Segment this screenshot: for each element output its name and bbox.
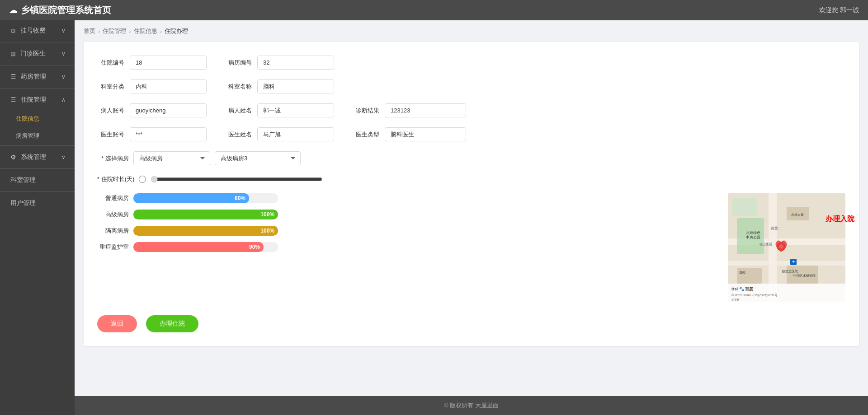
form-row-4: 医生账号 医生姓名 医生类型: [97, 127, 845, 141]
sidebar-item-registration[interactable]: ⊙ 挂号收费 ∨: [0, 20, 75, 41]
ward-type-select[interactable]: 高级病房: [133, 151, 210, 165]
sidebar-item-pharmacy[interactable]: ☰ 药房管理 ∨: [0, 66, 75, 87]
patient-name-field: 病人姓名: [225, 103, 334, 117]
sidebar-item-inpatient-info[interactable]: 住院信息: [0, 110, 75, 127]
sidebar-item-label: 药房管理: [21, 73, 46, 81]
sidebar-item-outpatient[interactable]: ⊞ 门诊医生 ∨: [0, 43, 75, 64]
map-placeholder: 北辰绿色 中央公园 北地大厦 航空总医院 中国艺术研究院 嘉园 路北 碰山生活: [728, 193, 845, 302]
doctor-name-input[interactable]: [257, 127, 334, 141]
svg-text:中国艺术研究院: 中国艺术研究院: [793, 274, 816, 277]
btn-row: 返回 办理住院: [97, 315, 845, 332]
stats-section: 普通病房 80% 高级病房 1: [97, 193, 714, 302]
svg-text:中央公园: 中央公园: [746, 235, 760, 239]
app-title: ☁ 乡镇医院管理系统首页: [9, 4, 111, 16]
dept-name-input[interactable]: [257, 79, 334, 93]
ward-label: * 选择病房: [97, 154, 129, 163]
sidebar: ⊙ 挂号收费 ∨ ⊞ 门诊医生 ∨ ☰ 药房管理 ∨ ☰ 住院管理 ∧ 住院信息…: [0, 20, 75, 415]
sidebar-item-system[interactable]: ⚙ 系统管理 ∨: [0, 147, 75, 168]
svg-text:嘉园: 嘉园: [739, 271, 745, 274]
doctor-type-label: 医生类型: [352, 131, 379, 139]
chevron-down-icon: ∨: [61, 154, 66, 160]
form-row-1: 住院编号 病历编号: [97, 56, 845, 70]
progress-text-isolation: 100%: [260, 228, 274, 234]
back-button[interactable]: 返回: [97, 315, 137, 332]
breadcrumb-sep: ›: [160, 28, 162, 35]
svg-text:北菜桥: 北菜桥: [731, 298, 740, 301]
progress-bar-fill-icu: 90%: [133, 242, 264, 252]
sidebar-item-label: 住院管理: [21, 96, 46, 104]
sidebar-item-dept[interactable]: 科室管理: [0, 170, 75, 191]
doctor-type-input[interactable]: [385, 127, 466, 141]
duration-slider[interactable]: [151, 176, 322, 183]
progress-bar-bg-premium: 100%: [133, 210, 278, 219]
doctor-type-field: 医生类型: [352, 127, 466, 141]
svg-text:Bai 🐾 百度: Bai 🐾 百度: [731, 286, 754, 292]
stat-label-isolation: 隔离病房: [97, 227, 129, 235]
breadcrumb-home[interactable]: 首页: [84, 27, 95, 35]
patient-account-label: 病人账号: [97, 107, 124, 115]
doctor-account-input[interactable]: [130, 127, 207, 141]
form-row-2: 科室分类 科室名称: [97, 79, 845, 93]
divider: [0, 42, 75, 42]
svg-rect-3: [728, 261, 845, 266]
duration-radio[interactable]: [139, 176, 146, 183]
stat-row-premium: 高级病房 100%: [97, 210, 714, 219]
ward-room-select[interactable]: 高级病房3: [215, 151, 301, 165]
svg-text:北辰绿色: 北辰绿色: [746, 231, 760, 235]
diagnosis-input[interactable]: [385, 103, 466, 117]
map-svg: 北辰绿色 中央公园 北地大厦 航空总医院 中国艺术研究院 嘉园 路北 碰山生活: [728, 193, 845, 302]
progress-bar-fill-premium: 100%: [133, 210, 278, 219]
admit-button[interactable]: 办理住院: [146, 315, 198, 332]
doctor-account-label: 医生账号: [97, 131, 124, 139]
inpatient-no-field: 住院编号: [97, 56, 207, 70]
patient-account-field: 病人账号: [97, 103, 207, 117]
duration-row: * 住院时长(天): [97, 175, 845, 183]
progress-bar-bg-icu: 90%: [133, 242, 278, 252]
progress-bar-bg-normal: 80%: [133, 193, 278, 203]
progress-text-premium: 100%: [260, 211, 274, 218]
dept-class-input[interactable]: [130, 79, 207, 93]
chevron-down-icon: ∨: [61, 51, 66, 57]
patient-account-input[interactable]: [130, 103, 207, 117]
divider: [0, 191, 75, 192]
breadcrumb-current: 住院办理: [165, 27, 188, 35]
divider: [0, 65, 75, 65]
right-action-label[interactable]: 办理入院: [826, 214, 854, 224]
inpatient-no-input[interactable]: [130, 56, 207, 70]
sidebar-item-user[interactable]: 用户管理: [0, 193, 75, 214]
progress-bar-fill-isolation: 100%: [133, 226, 278, 236]
footer: © 版权所有 大屋里面: [75, 396, 868, 415]
divider: [0, 145, 75, 146]
diagnosis-field: 诊断结果: [352, 103, 466, 117]
svg-text:路北: 路北: [771, 226, 778, 230]
doctor-name-field: 医生姓名: [225, 127, 334, 141]
chevron-up-icon: ∧: [61, 97, 66, 103]
record-no-field: 病历编号: [225, 56, 334, 70]
stat-row-isolation: 隔离病房 100%: [97, 226, 714, 236]
ward-row: * 选择病房 高级病房 高级病房3: [97, 151, 845, 165]
breadcrumb-sep: ›: [129, 28, 131, 35]
divider: [0, 88, 75, 89]
main-content: 首页 › 住院管理 › 住院信息 › 住院办理 住院编号 病历编号: [75, 20, 868, 415]
svg-rect-21: [728, 284, 845, 302]
sidebar-item-inpatient[interactable]: ☰ 住院管理 ∧: [0, 89, 75, 110]
footer-text: © 版权所有 大屋里面: [444, 402, 499, 409]
registration-icon: ⊙: [10, 27, 16, 34]
breadcrumb-inpatient[interactable]: 住院管理: [103, 27, 126, 35]
patient-name-input[interactable]: [257, 103, 334, 117]
inpatient-icon: ☰: [10, 96, 16, 103]
doctor-name-label: 医生姓名: [225, 131, 252, 139]
svg-text:碰山生活: 碰山生活: [759, 242, 772, 246]
outpatient-icon: ⊞: [10, 50, 16, 57]
dept-class-label: 科室分类: [97, 83, 124, 91]
pharmacy-icon: ☰: [10, 73, 16, 80]
system-icon: ⚙: [10, 154, 16, 161]
breadcrumb-info[interactable]: 住院信息: [134, 27, 157, 35]
sidebar-item-label: 科室管理: [10, 176, 36, 184]
record-no-input[interactable]: [257, 56, 334, 70]
chevron-down-icon: ∨: [61, 74, 66, 80]
progress-text-normal: 80%: [235, 195, 245, 201]
sidebar-item-ward-mgmt[interactable]: 病房管理: [0, 127, 75, 145]
inpatient-no-label: 住院编号: [97, 59, 124, 67]
svg-text:北地大厦: 北地大厦: [791, 213, 804, 217]
